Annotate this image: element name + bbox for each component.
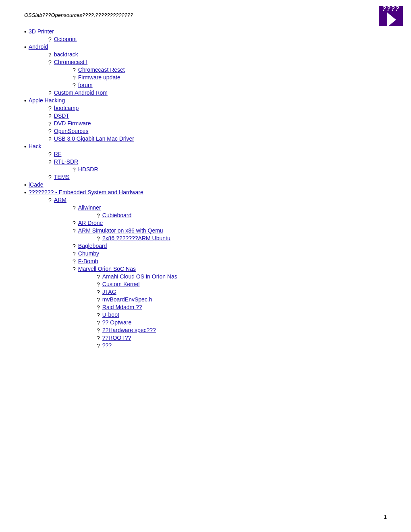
- list-item: ? Raid Mdadm ??: [97, 304, 387, 311]
- qmark-icon: ?: [48, 151, 52, 158]
- qmark-icon: ?: [48, 136, 52, 142]
- logo-text: ????: [382, 5, 399, 12]
- qmark-icon: ?: [73, 228, 76, 234]
- list-item: ? Cubieboard: [97, 212, 387, 219]
- list-item: ? ???: [97, 342, 387, 349]
- nav-link-dvd-firmware[interactable]: DVD Firmware: [54, 120, 91, 127]
- nav-link-icade[interactable]: iCade: [29, 181, 44, 188]
- logo-arrow-icon: [387, 12, 396, 27]
- list-item: ? Firmware update: [73, 74, 387, 81]
- nav-link-amahi[interactable]: Amahi Cloud OS in Orion Nas: [102, 273, 177, 280]
- nav-link-chromecast-i[interactable]: Chromecast I: [54, 59, 87, 65]
- nav-link-android[interactable]: Android: [29, 44, 48, 50]
- list-item: ? mvBoardEnvSpec.h: [97, 296, 387, 303]
- qmark-icon: ?: [97, 304, 100, 311]
- nav-link-custom-android-rom[interactable]: Custom Android Rom: [54, 89, 108, 96]
- nav-sub-marvell: ? Amahi Cloud OS in Orion Nas ? Custom K…: [97, 273, 387, 349]
- nav-link-optware[interactable]: ?? Optware: [102, 319, 131, 326]
- bullet-icon: •: [24, 143, 26, 150]
- nav-link-apple-hacking[interactable]: Apple Hacking: [29, 97, 65, 104]
- nav-link-marvell-orion[interactable]: Marvell Orion SoC Nas: [78, 266, 136, 272]
- nav-link-hardware-spec[interactable]: ??Hardware spec???: [102, 327, 156, 333]
- nav-link-qqq[interactable]: ???: [102, 342, 112, 349]
- nav-link-usb-mac-driver[interactable]: USB 3.0 Gigabit Lan Mac Driver: [54, 135, 134, 142]
- nav-sub-rtl-sdr: ? HDSDR: [73, 166, 387, 173]
- nav-link-ar-drone[interactable]: AR Drone: [78, 220, 103, 226]
- nav-link-x86-arm-ubuntu[interactable]: ?x86 ???????ARM Ubuntu: [102, 235, 170, 241]
- nav-link-root[interactable]: ??ROOT??: [102, 335, 131, 341]
- qmark-icon: ?: [73, 75, 76, 81]
- bullet-icon: •: [24, 29, 26, 35]
- qmark-icon: ?: [97, 289, 100, 295]
- qmark-icon: ?: [73, 67, 76, 73]
- site-logo: ????: [379, 6, 403, 26]
- nav-link-chromecast-reset[interactable]: Chromecast Reset: [78, 66, 125, 73]
- nav-link-jtag[interactable]: JTAG: [102, 289, 116, 295]
- nav-link-rf[interactable]: RF: [54, 151, 62, 157]
- nav-link-mvboardenvspec[interactable]: mvBoardEnvSpec.h: [102, 296, 152, 303]
- nav-sub-allwinner: ? Cubieboard: [97, 212, 387, 219]
- nav-link-f-bomb[interactable]: F-Bomb: [78, 258, 98, 264]
- site-title: OSSlab???Opensources????,?????????????: [24, 12, 387, 18]
- list-item: • iCade: [24, 181, 387, 188]
- qmark-icon: ?: [73, 205, 76, 211]
- nav-link-allwinner[interactable]: Allwinner: [78, 204, 101, 211]
- list-item: ? Octoprint: [48, 36, 387, 43]
- list-item: ? AR Drone: [73, 220, 387, 227]
- list-item: ? Bagleboard: [73, 243, 387, 249]
- nav-link-hack[interactable]: Hack: [29, 143, 42, 150]
- nav-link-bootcamp[interactable]: bootcamp: [54, 105, 79, 111]
- nav-link-3d-printer[interactable]: 3D Printer: [29, 28, 54, 35]
- list-item: ? Custom Android Rom: [48, 89, 387, 96]
- nav-link-rtl-sdr[interactable]: RTL-SDR: [54, 158, 78, 165]
- nav-sub-hack: ? RF ? RTL-SDR ? HDSDR: [48, 151, 387, 181]
- list-item: ? RF: [48, 151, 387, 158]
- nav-link-hdsdr[interactable]: HDSDR: [78, 166, 98, 172]
- qmark-icon: ?: [97, 343, 100, 349]
- nav-link-forum[interactable]: forum: [78, 82, 93, 88]
- nav-link-arm[interactable]: ARM: [54, 197, 66, 203]
- qmark-icon: ?: [73, 258, 76, 265]
- qmark-icon: ?: [48, 121, 52, 127]
- qmark-icon: ?: [48, 197, 52, 204]
- nav-link-custom-kernel[interactable]: Custom Kernel: [102, 281, 140, 287]
- list-item: • Apple Hacking ? bootcamp ? DSDT ? DVD …: [24, 97, 387, 142]
- list-item: ? ARM Simulator on x86 with Qemu ? ?x86 …: [73, 227, 387, 242]
- qmark-icon: ?: [97, 212, 100, 219]
- bullet-icon: •: [24, 44, 26, 50]
- bullet-icon: •: [24, 98, 26, 104]
- nav-link-firmware-update[interactable]: Firmware update: [78, 74, 120, 81]
- nav-sub-apple-hacking: ? bootcamp ? DSDT ? DVD Firmware ?: [48, 105, 387, 142]
- list-item: ? DVD Firmware: [48, 120, 387, 127]
- bullet-icon: •: [24, 182, 26, 188]
- list-item: • ???????? - Embedded System and Hardwar…: [24, 189, 387, 349]
- list-item: ? USB 3.0 Gigabit Lan Mac Driver: [48, 135, 387, 142]
- list-item: ? backtrack: [48, 51, 387, 58]
- nav-link-bagleboard[interactable]: Bagleboard: [78, 243, 107, 249]
- nav-link-embedded[interactable]: ???????? - Embedded System and Hardware: [29, 189, 143, 195]
- nav-link-backtrack[interactable]: backtrack: [54, 51, 78, 58]
- nav-link-raid-mdadm[interactable]: Raid Mdadm ??: [102, 304, 142, 310]
- qmark-icon: ?: [97, 297, 100, 303]
- nav-link-cubieboard[interactable]: Cubieboard: [102, 212, 131, 218]
- qmark-icon: ?: [48, 36, 52, 43]
- nav-link-arm-simulator[interactable]: ARM Simulator on x86 with Qemu: [78, 227, 163, 234]
- nav-sub-arm: ? Allwinner ? Cubieboard: [73, 204, 387, 349]
- nav-sub-3d-printer: ? Octoprint: [48, 36, 387, 43]
- qmark-icon: ?: [48, 59, 52, 66]
- qmark-icon: ?: [48, 128, 52, 135]
- nav-link-tems[interactable]: TEMS: [54, 174, 70, 180]
- nav-link-u-boot[interactable]: U-boot: [102, 312, 119, 318]
- nav-link-chumby[interactable]: Chumby: [78, 250, 99, 257]
- list-item: ? ?x86 ???????ARM Ubuntu: [97, 235, 387, 242]
- nav-sub-embedded: ? ARM ? Allwinner ? Cubieb: [48, 197, 387, 349]
- list-item: ? Marvell Orion SoC Nas ? Amahi Cloud OS…: [73, 266, 387, 349]
- qmark-icon: ?: [97, 274, 100, 280]
- qmark-icon: ?: [97, 281, 100, 288]
- nav-link-octoprint[interactable]: Octoprint: [54, 36, 77, 42]
- list-item: ? Amahi Cloud OS in Orion Nas: [97, 273, 387, 280]
- list-item: • Hack ? RF ? RTL-SDR ? HD: [24, 143, 387, 181]
- nav-link-dsdt[interactable]: DSDT: [54, 112, 69, 119]
- list-item: ? Custom Kernel: [97, 281, 387, 288]
- nav-link-opensources[interactable]: OpenSources: [54, 128, 89, 134]
